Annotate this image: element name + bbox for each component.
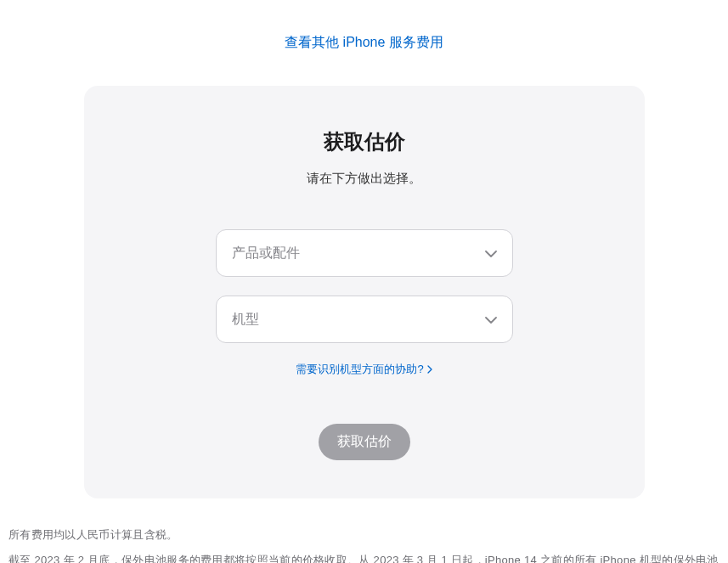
model-select[interactable]: 机型 — [216, 296, 513, 343]
view-other-fees-link[interactable]: 查看其他 iPhone 服务费用 — [0, 34, 728, 52]
chevron-down-icon — [485, 245, 497, 261]
estimate-card: 获取估价 请在下方做出选择。 产品或配件 机型 — [84, 86, 645, 498]
card-title: 获取估价 — [118, 128, 611, 155]
card-subtitle: 请在下方做出选择。 — [118, 171, 611, 187]
help-link-label: 需要识别机型方面的协助? — [296, 362, 423, 377]
product-select-placeholder: 产品或配件 — [232, 245, 300, 262]
chevron-down-icon — [485, 312, 497, 327]
footer-line-2-part1: 截至 2023 年 2 月底，保外电池服务的费用都将按照当前的价格收取。从 20… — [8, 554, 719, 563]
footer-line-1: 所有费用均以人民币计算且含税。 — [8, 522, 720, 548]
identify-model-help-link[interactable]: 需要识别机型方面的协助? — [118, 362, 611, 377]
footer-line-2: 截至 2023 年 2 月底，保外电池服务的费用都将按照当前的价格收取。从 20… — [8, 548, 720, 563]
chevron-right-icon — [427, 365, 432, 374]
product-select[interactable]: 产品或配件 — [216, 229, 513, 277]
get-estimate-button[interactable]: 获取估价 — [319, 424, 410, 460]
footer-notes: 所有费用均以人民币计算且含税。 截至 2023 年 2 月底，保外电池服务的费用… — [0, 498, 728, 563]
model-select-placeholder: 机型 — [232, 311, 259, 329]
